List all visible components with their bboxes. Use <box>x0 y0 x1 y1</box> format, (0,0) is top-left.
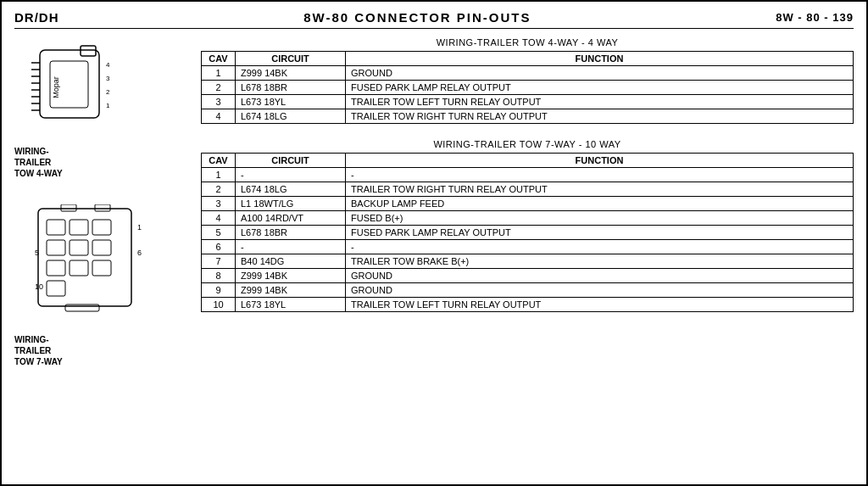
table-4way-section: WIRING-TRAILER TOW 4-WAY - 4 WAY CAV CIR… <box>201 37 854 124</box>
table-7way-section: WIRING-TRAILER TOW 7-WAY - 10 WAY CAV CI… <box>201 139 854 312</box>
svg-rect-26 <box>47 260 65 276</box>
header-right: 8W - 80 - 139 <box>776 11 854 24</box>
table-cell: 3 <box>202 95 236 109</box>
table-cell: GROUND <box>346 283 854 298</box>
table-row: 4A100 14RD/VTFUSED B(+) <box>202 211 854 226</box>
table-row: 8Z999 14BKGROUND <box>202 269 854 283</box>
table-7way-title: WIRING-TRAILER TOW 7-WAY - 10 WAY <box>201 139 854 149</box>
table-cell: TRAILER TOW LEFT TURN RELAY OUTPUT <box>346 298 854 312</box>
svg-text:Mopar: Mopar <box>52 76 60 98</box>
page: DR/DH 8W-80 CONNECTOR PIN-OUTS 8W - 80 -… <box>0 0 868 486</box>
svg-rect-1 <box>81 46 96 56</box>
table-cell: GROUND <box>346 66 854 81</box>
table-cell: Z999 14BK <box>236 283 346 298</box>
tables-column: WIRING-TRAILER TOW 4-WAY - 4 WAY CAV CIR… <box>201 37 854 393</box>
svg-text:1: 1 <box>106 102 110 109</box>
table-row: 1-- <box>202 168 854 182</box>
diagram-7way-svg: 5 10 1 6 <box>14 204 167 327</box>
svg-rect-28 <box>92 260 111 276</box>
diagram-4way-svg: Mopar 4 3 2 1 <box>14 37 150 139</box>
table-7way-header-row: CAV CIRCUIT FUNCTION <box>202 154 854 168</box>
table-cell: 10 <box>202 298 236 312</box>
table-cell: TRAILER TOW LEFT TURN RELAY OUTPUT <box>346 95 854 109</box>
table-row: 1Z999 14BKGROUND <box>202 66 854 81</box>
table-4way-col-cav: CAV <box>202 52 236 66</box>
svg-rect-20 <box>47 220 65 235</box>
table-cell: TRAILER TOW RIGHT TURN RELAY OUTPUT <box>346 182 854 197</box>
svg-text:4: 4 <box>106 61 110 69</box>
table-cell: L674 18LG <box>236 109 346 124</box>
table-7way-col-function: FUNCTION <box>346 154 854 168</box>
table-cell: Z999 14BK <box>236 269 346 283</box>
table-4way-header-row: CAV CIRCUIT FUNCTION <box>202 52 854 66</box>
svg-rect-27 <box>70 260 88 276</box>
svg-text:1: 1 <box>137 223 142 232</box>
header-center: 8W-80 CONNECTOR PIN-OUTS <box>303 10 531 25</box>
svg-rect-18 <box>95 204 110 211</box>
table-cell: 8 <box>202 269 236 283</box>
main-content: Mopar 4 3 2 1 WIRING-TRAILERTOW 4 <box>14 37 854 393</box>
diagram-4way-label: WIRING-TRAILERTOW 4-WAY <box>14 146 184 179</box>
table-cell: FUSED B(+) <box>346 211 854 226</box>
table-7way-col-cav: CAV <box>202 154 236 168</box>
table-cell: - <box>346 240 854 254</box>
diagram-7way: 5 10 1 6 WIRING-TRAILERTOW 7-WAY <box>14 204 184 367</box>
table-cell: 5 <box>202 226 236 240</box>
table-cell: B40 14DG <box>236 254 346 269</box>
table-cell: 2 <box>202 182 236 197</box>
table-cell: 3 <box>202 197 236 211</box>
svg-rect-24 <box>70 240 88 255</box>
svg-rect-23 <box>47 240 65 255</box>
table-cell: - <box>236 168 346 182</box>
table-cell: A100 14RD/VT <box>236 211 346 226</box>
table-row: 2L674 18LGTRAILER TOW RIGHT TURN RELAY O… <box>202 182 854 197</box>
table-row: 2L678 18BRFUSED PARK LAMP RELAY OUTPUT <box>202 81 854 95</box>
table-cell: - <box>346 168 854 182</box>
table-cell: L678 18BR <box>236 81 346 95</box>
table-cell: 4 <box>202 211 236 226</box>
table-cell: Z999 14BK <box>236 66 346 81</box>
table-cell: 4 <box>202 109 236 124</box>
diagram-7way-label: WIRING-TRAILERTOW 7-WAY <box>14 334 184 367</box>
table-cell: L673 18YL <box>236 298 346 312</box>
table-4way-col-circuit: CIRCUIT <box>236 52 346 66</box>
svg-text:6: 6 <box>137 249 142 257</box>
table-cell: FUSED PARK LAMP RELAY OUTPUT <box>346 81 854 95</box>
table-cell: GROUND <box>346 269 854 283</box>
svg-rect-16 <box>38 209 131 306</box>
table-cell: 1 <box>202 66 236 81</box>
svg-rect-22 <box>92 220 111 235</box>
header: DR/DH 8W-80 CONNECTOR PIN-OUTS 8W - 80 -… <box>14 10 854 29</box>
svg-rect-17 <box>61 204 76 211</box>
table-4way-col-function: FUNCTION <box>346 52 854 66</box>
table-cell: - <box>236 240 346 254</box>
table-cell: 7 <box>202 254 236 269</box>
svg-rect-25 <box>92 240 111 255</box>
table-4way: CAV CIRCUIT FUNCTION 1Z999 14BKGROUND2L6… <box>201 51 854 124</box>
table-cell: L673 18YL <box>236 95 346 109</box>
table-7way-col-circuit: CIRCUIT <box>236 154 346 168</box>
table-row: 6-- <box>202 240 854 254</box>
svg-text:3: 3 <box>106 75 110 82</box>
table-cell: 9 <box>202 283 236 298</box>
table-7way: CAV CIRCUIT FUNCTION 1--2L674 18LGTRAILE… <box>201 153 854 312</box>
table-row: 9Z999 14BKGROUND <box>202 283 854 298</box>
svg-text:2: 2 <box>106 88 110 96</box>
table-cell: TRAILER TOW RIGHT TURN RELAY OUTPUT <box>346 109 854 124</box>
diagrams-column: Mopar 4 3 2 1 WIRING-TRAILERTOW 4 <box>14 37 184 393</box>
table-row: 3L673 18YLTRAILER TOW LEFT TURN RELAY OU… <box>202 95 854 109</box>
svg-text:10: 10 <box>35 282 43 291</box>
table-row: 4L674 18LGTRAILER TOW RIGHT TURN RELAY O… <box>202 109 854 124</box>
table-cell: L678 18BR <box>236 226 346 240</box>
header-left: DR/DH <box>14 10 59 25</box>
table-cell: FUSED PARK LAMP RELAY OUTPUT <box>346 226 854 240</box>
svg-rect-29 <box>47 281 65 296</box>
table-row: 10L673 18YLTRAILER TOW LEFT TURN RELAY O… <box>202 298 854 312</box>
table-row: 3L1 18WT/LGBACKUP LAMP FEED <box>202 197 854 211</box>
table-cell: 1 <box>202 168 236 182</box>
table-cell: 2 <box>202 81 236 95</box>
svg-rect-21 <box>70 220 88 235</box>
table-cell: L674 18LG <box>236 182 346 197</box>
table-row: 5L678 18BRFUSED PARK LAMP RELAY OUTPUT <box>202 226 854 240</box>
table-cell: TRAILER TOW BRAKE B(+) <box>346 254 854 269</box>
